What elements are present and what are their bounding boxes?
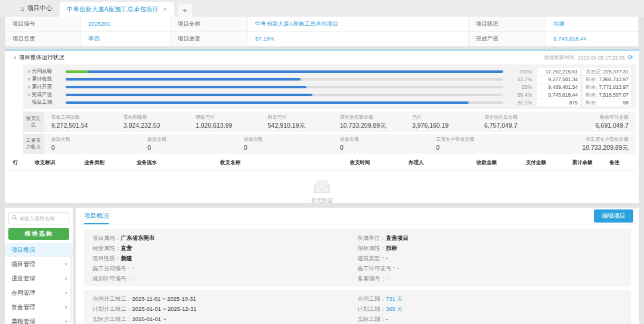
tab-project[interactable]: 中粤创新大厦A座施工总承包项目 × <box>60 2 174 17</box>
search-icon <box>11 214 18 221</box>
progress-percent: 92.1% <box>507 100 532 106</box>
field-label: 租赁已付 <box>268 114 340 121</box>
project-basic-info: 项目属地：广东省东莞市经营属性：直营项目性质：新建施工合同编号：-规划许可编号：… <box>84 229 631 286</box>
bar-extra-box: 剩余:98 <box>583 99 631 106</box>
field-value: 10,733,209.89元 <box>532 144 628 152</box>
field-label: 发放次数 <box>244 136 340 143</box>
progress-fill <box>66 70 503 73</box>
duration: 计划工期：365 天 <box>358 304 623 314</box>
info-field-label: 项目负责 <box>5 32 81 47</box>
detail-body: 项目属地：广东省东莞市经营属性：直营项目性质：新建施工合同编号：-规划许可编号：… <box>76 224 639 324</box>
progress-row: ∨项目工期92.1%875剩余:98 <box>27 98 631 106</box>
info-field-value: 57.19% <box>248 32 469 47</box>
progress-track <box>66 94 503 96</box>
field-label: 拨款金额 <box>147 136 243 143</box>
date-row: 合同开工竣工：2023-11-01 ~ 2025-10-31合同工期：731 天 <box>92 294 623 304</box>
detail-field-label: 招标属性： <box>358 245 386 251</box>
sidebar-item-active[interactable]: 项目概况 <box>5 243 73 257</box>
detail-field-value: 广东省东莞市 <box>121 234 155 241</box>
progress-row: ∨合同总额100%17,262,215.51含签证:225,377.31 <box>27 67 631 75</box>
detail-field-value: - <box>386 275 388 282</box>
duration: 合同工期：731 天 <box>358 294 623 304</box>
refresh-time-value: 2023-09-05 17:23:35 <box>578 55 625 61</box>
table-column-header: 累计余额 <box>572 159 609 166</box>
bar-extra-value: 7,984,713.97 <box>599 76 628 82</box>
table-column-header: 行 <box>13 159 35 166</box>
sidebar-item-entry[interactable]: 资金管理∨ <box>5 300 73 314</box>
edit-project-button[interactable]: 编辑项目 <box>594 209 633 223</box>
info-field-value: 在建 <box>546 17 639 32</box>
duration-label: 计划工期： <box>358 306 386 312</box>
bar-extra-box: 剩余:7,984,713.97 <box>583 76 631 83</box>
progress-row: ∨累计开票55%9,489,401.54剩余:7,772,813.97 <box>27 83 631 91</box>
project-info-grid: 项目编号2025201项目全称中粤创新大厦A座施工总承包项目项目状态在建项目负责… <box>5 17 639 47</box>
empty-state: 暂无数据 <box>5 171 639 203</box>
tab-project-overview[interactable]: 项目概况 <box>84 208 109 224</box>
detail-field: 施工合同编号：- <box>92 263 358 273</box>
chevron-down-icon: ∨ <box>64 276 67 281</box>
sidebar-item-label: 项目概况 <box>11 246 35 254</box>
tab-project-center[interactable]: ⌂ 项目中心 <box>13 0 60 17</box>
sidebar-item-label: 票税管理 <box>11 317 35 324</box>
bar-value-box: 9,277,501.34 <box>537 76 580 83</box>
income-expense-summary-row: 收支汇总实收工程款数9,272,501.54实收到账数3,824,232.53调… <box>23 112 636 132</box>
field-label: 拨款次数 <box>51 136 147 143</box>
summary-field: 资金池付后金额6,757,049.7 <box>484 114 556 130</box>
date-range-label: 计划开工竣工： <box>92 306 132 312</box>
sidebar-item-entry[interactable]: 票税管理∨ <box>5 314 73 324</box>
detail-header: 项目概况 编辑项目 <box>76 208 639 224</box>
bar-label[interactable]: ∨累计收款 <box>27 76 66 83</box>
progress-fill <box>66 86 306 88</box>
date-range: 实际开工竣工：2025-01-01 ~ <box>92 314 358 324</box>
row-fields: 拨款次数0拨款金额0发放次数0发放金额0工资专户实收金额0非工资专户实收金额10… <box>44 134 636 154</box>
progress-fill <box>66 78 301 81</box>
field-label: 工资专户实收金额 <box>436 136 532 143</box>
module-purchase-button[interactable]: 模块选购 <box>8 228 69 240</box>
refresh-icon[interactable]: ⟳ <box>628 54 633 61</box>
chevron-down-icon: ∨ <box>27 85 30 90</box>
bar-extra-value: 7,772,813.97 <box>599 84 628 90</box>
duration-value: - <box>386 316 388 322</box>
tab-project-center-label: 项目中心 <box>27 4 52 13</box>
progress-percent: 55% <box>507 84 532 90</box>
detail-field-value: 新建 <box>121 255 132 261</box>
refresh-group: 数据刷新时间 2023-09-05 17:23:35 ⟳ <box>544 54 633 61</box>
date-range-value: 2025-01-01 ~ <box>132 316 166 322</box>
refresh-time-label: 数据刷新时间 <box>544 54 575 61</box>
bar-label[interactable]: ∨完成产值 <box>27 91 66 98</box>
bar-label[interactable]: ∨累计开票 <box>27 84 66 91</box>
chevron-down-icon: ∨ <box>64 262 67 267</box>
field-label: 非工资专户实收金额 <box>532 136 628 143</box>
bar-value-box: 17,262,215.51 <box>537 68 580 75</box>
summary-field: 拨款金额0 <box>147 136 243 152</box>
overview-title-group[interactable]: ∨ 项目整体运行状况 <box>13 54 64 61</box>
info-field-value: 李四 <box>81 32 171 47</box>
date-range-label: 实际开工竣工： <box>92 316 132 322</box>
bar-value-box: 9,743,618.44 <box>537 91 580 98</box>
detail-field: 建筑类型：- <box>358 253 623 263</box>
bar-extra-label: 含签证: <box>586 69 602 75</box>
sidebar-item-entry[interactable]: 项目管理∨ <box>5 257 73 271</box>
table-column-header: 业务类别 <box>84 159 137 166</box>
progress-percent: 100% <box>507 69 532 75</box>
field-label: 实收工程款数 <box>51 114 123 121</box>
sidebar-item-label: 项目管理 <box>11 260 35 269</box>
sidebar-item-entry[interactable]: 合同管理∨ <box>5 286 73 300</box>
detail-field-label: 备案编号： <box>358 275 386 282</box>
progress-percent: 56.4% <box>507 92 532 98</box>
progress-fill <box>66 94 312 96</box>
detail-field: 施工许可证号：- <box>358 263 623 273</box>
new-tab-button[interactable]: + <box>178 4 192 17</box>
detail-field-label: 施工合同编号： <box>92 265 132 271</box>
close-icon[interactable]: × <box>163 6 167 13</box>
salary-account-row: 工资专户收入拨款次数0拨款金额0发放次数0发放金额0工资专户实收金额0非工资专户… <box>23 134 636 154</box>
bar-label[interactable]: ∨合同总额 <box>27 68 66 75</box>
bar-extra-value: 225,377.31 <box>603 69 628 75</box>
bar-label[interactable]: ∨项目工期 <box>27 99 66 106</box>
table-column-header: 收款金额 <box>476 159 526 166</box>
bar-extra-value: 98 <box>623 100 628 106</box>
detail-field-label: 施工许可证号： <box>358 265 398 271</box>
info-field-value: 2025201 <box>81 17 171 32</box>
sidebar: 模块选购 项目概况项目管理∨进度管理∨合同管理∨资金管理∨票税管理∨物资管理∨ <box>5 208 73 324</box>
sidebar-item-entry[interactable]: 进度管理∨ <box>5 271 73 286</box>
